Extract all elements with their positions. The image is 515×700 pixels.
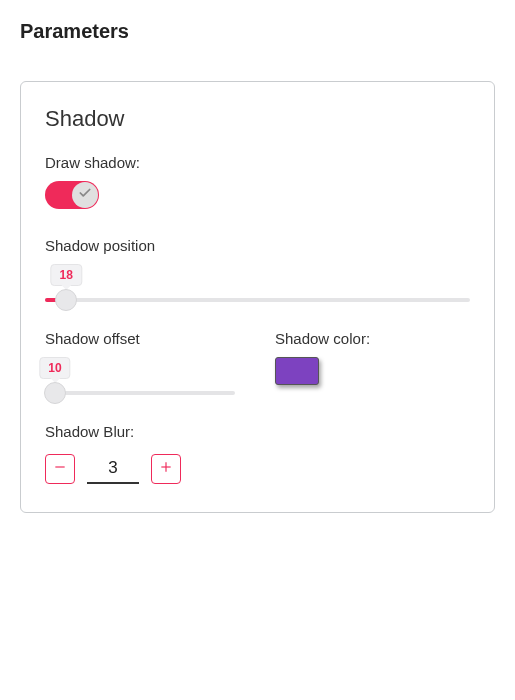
shadow-blur-stepper [45,454,470,484]
shadow-color-swatch[interactable] [275,357,319,385]
draw-shadow-toggle[interactable] [45,181,99,209]
blur-decrement-button[interactable] [45,454,75,484]
shadow-position-label: Shadow position [45,237,470,254]
shadow-position-slider[interactable]: 18 [45,264,470,302]
shadow-offset-label: Shadow offset [45,330,245,347]
slider-thumb[interactable] [44,382,66,404]
shadow-blur-field: Shadow Blur: [45,423,470,484]
slider-thumb[interactable] [55,289,77,311]
toggle-knob [72,182,98,208]
shadow-offset-field: Shadow offset 10 [45,330,245,395]
shadow-panel: Shadow Draw shadow: Shadow position 18 S… [20,81,495,513]
shadow-color-field: Shadow color: [275,330,370,395]
slider-track [45,298,470,302]
page-title: Parameters [20,20,495,43]
shadow-position-field: Shadow position 18 [45,237,470,302]
plus-icon [159,460,173,478]
shadow-blur-input[interactable] [87,454,139,484]
slider-track [45,391,235,395]
shadow-offset-tooltip: 10 [39,357,70,379]
shadow-offset-slider[interactable]: 10 [45,357,245,395]
draw-shadow-field: Draw shadow: [45,154,470,209]
shadow-color-label: Shadow color: [275,330,370,347]
draw-shadow-label: Draw shadow: [45,154,470,171]
blur-increment-button[interactable] [151,454,181,484]
offset-color-row: Shadow offset 10 Shadow color: [45,330,470,395]
minus-icon [53,460,67,478]
check-icon [78,186,92,204]
shadow-position-tooltip: 18 [51,264,82,286]
shadow-blur-label: Shadow Blur: [45,423,470,440]
panel-title: Shadow [45,106,470,132]
